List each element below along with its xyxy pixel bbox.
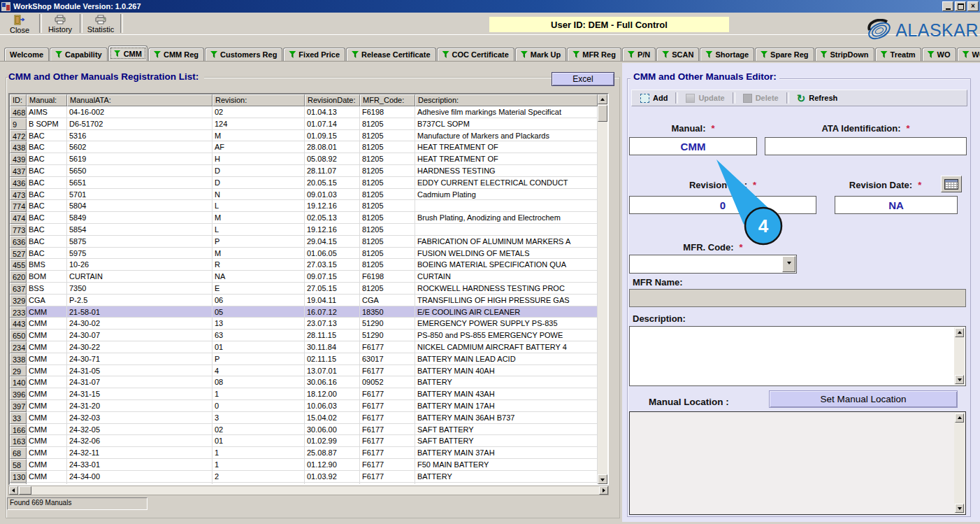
column-header[interactable]: Manual: [27, 94, 67, 106]
column-header[interactable]: ID: [10, 94, 27, 106]
horizontal-scrollbar[interactable] [8, 486, 609, 495]
scroll-right-button[interactable] [599, 486, 608, 495]
set-manual-location-button[interactable]: Set Manual Location [769, 390, 958, 408]
table-row[interactable]: 774BAC5804L19.12.1681205 [10, 200, 598, 212]
table-row[interactable]: 637BSS7350E27.05.1581205ROCKWELL HARDNES… [10, 283, 598, 295]
column-header[interactable]: Description: [415, 94, 598, 106]
table-row[interactable]: 650CMM24-30-076328.11.1551290PS-850 and … [10, 330, 598, 341]
table-row[interactable]: 472BAC5316M01.09.1581205Manufacture of M… [10, 130, 598, 142]
revision-date-input[interactable]: NA [835, 196, 958, 214]
scroll-up-button[interactable] [598, 94, 607, 104]
tab-wo-completion[interactable]: WO Completion [957, 48, 980, 61]
tab-stripdown[interactable]: StripDown [815, 48, 874, 61]
column-header[interactable]: RevisionDate: [305, 94, 360, 106]
table-row[interactable]: 473BAC5701N09.01.0381205Cadmium Plating [10, 189, 598, 201]
tab-mark-up[interactable]: Mark Up [515, 48, 566, 61]
table-row[interactable]: 773BAC5854L19.12.1681205 [10, 224, 598, 236]
table-row[interactable]: 443CMM24-30-021323.07.1351290EMERGENCY P… [10, 318, 598, 330]
add-button[interactable]: Add [636, 92, 672, 104]
scrollbar-thumb[interactable] [598, 105, 607, 122]
table-row[interactable]: 527BAC5975M01.06.0581205FUSION WELDING O… [10, 248, 598, 260]
revision-no-input[interactable]: 0 [629, 196, 816, 214]
scroll-up-button[interactable] [955, 413, 964, 423]
tab-cmm-reg[interactable]: CMM Reg [148, 48, 204, 61]
mfr-code-combobox[interactable] [629, 255, 797, 274]
table-row[interactable]: 436BAC5651D20.05.1581205EDDY CURRENT ELE… [10, 177, 598, 189]
table-row[interactable]: 9B SOPMD6-5170212401.07.1481205B737CL SO… [10, 118, 598, 130]
table-row[interactable]: 439BAC5619H05.08.9281205HEAT TREATMENT O… [10, 153, 598, 165]
tab-release-certificate[interactable]: Release Certificate [346, 48, 435, 61]
cell: FABRICATION OF ALUMINUM MARKERS A [415, 236, 598, 248]
tab-welcome[interactable]: Welcome [4, 48, 49, 61]
table-row[interactable]: 338CMM24-30-71P02.11.1563017BATTERY MAIN… [10, 353, 598, 365]
manual-input[interactable]: CMM [629, 137, 757, 155]
table-row[interactable]: 437BAC5650D28.11.0781205HARDNESS TESTING [10, 165, 598, 177]
cell: P [212, 236, 305, 248]
scroll-down-button[interactable] [955, 375, 964, 384]
tab-wo[interactable]: WO [922, 48, 956, 61]
cell: M [212, 212, 305, 224]
tab-coc-certificate[interactable]: COC Certificate [437, 48, 514, 61]
tab-treatm[interactable]: Treatm [875, 48, 921, 61]
column-header[interactable]: Revision: [212, 94, 305, 106]
table-row[interactable]: 468AIMS04-16-0020201.04.13F6198Adhesive … [10, 106, 598, 118]
cell: E [212, 283, 305, 295]
table-row[interactable]: 29CMM24-31-05413.07.01F6177BATTERY MAIN … [10, 365, 598, 377]
tab-fixed-price[interactable]: Fixed Price [283, 48, 345, 61]
table-row[interactable]: 140CMM24-31-070830.06.1609052BATTERY [10, 376, 598, 388]
tab-scan[interactable]: SCAN [656, 48, 699, 61]
table-row[interactable]: 636BAC5875P29.04.1581205FABRICATION OF A… [10, 236, 598, 248]
restore-button[interactable] [955, 1, 966, 11]
calendar-button[interactable] [941, 176, 962, 192]
close-window-button[interactable]: × [967, 1, 979, 11]
row-id-cell: 397 [10, 400, 27, 412]
row-id-cell: 438 [10, 141, 27, 153]
table-row[interactable]: 58CMM24-33-01101.12.90F6177F50 MAIN BATT… [10, 459, 598, 471]
close-button[interactable]: Close [3, 13, 36, 34]
table-row[interactable]: 329CGAP-2.50619.04.11CGATRANSFILLING OF … [10, 295, 598, 306]
table-row[interactable]: 163CMM24-32-060101.02.99F6177SAFT BATTER… [10, 435, 598, 447]
table-row[interactable]: 474BAC5849M02.05.1381205Brush Plating, A… [10, 212, 598, 224]
tab-capability[interactable]: Capability [50, 48, 108, 61]
grid-header-row: ID:Manual:ManualATA:Revision:RevisionDat… [10, 94, 598, 106]
table-row[interactable]: 68CMM24-32-11125.08.87F6177BATTERY MAIN … [10, 447, 598, 459]
add-icon [640, 94, 649, 103]
table-row[interactable]: 166CMM24-32-050230.06.00F6177SAFT BATTER… [10, 424, 598, 436]
dropdown-button[interactable] [782, 256, 795, 272]
vertical-scrollbar[interactable] [598, 94, 607, 484]
table-row[interactable]: 720CMM24-34-04610.10.0574025NICKEL-CADMI… [10, 483, 598, 485]
excel-export-button[interactable]: Excel [552, 72, 614, 86]
vertical-scrollbar[interactable] [954, 413, 965, 514]
tab-p-n[interactable]: P/N [622, 48, 656, 61]
scroll-down-button[interactable] [955, 504, 964, 513]
history-button[interactable]: History [43, 13, 77, 34]
column-header[interactable]: ManualATA: [67, 94, 212, 106]
table-row[interactable]: 620BOMCURTAINNA09.07.15F6198CURTAIN [10, 271, 598, 283]
vertical-scrollbar[interactable] [954, 327, 965, 385]
tab-cmm[interactable]: CMM [108, 45, 147, 61]
table-row[interactable]: 234CMM24-30-220130.11.84F6177NICKEL CADM… [10, 341, 598, 353]
scroll-up-button[interactable] [955, 328, 964, 337]
scroll-left-button[interactable] [9, 486, 18, 495]
column-header[interactable]: MFR_Code: [360, 94, 415, 106]
table-row[interactable]: 233CMM21-58-010516.07.1218350E/E COOLING… [10, 306, 598, 318]
cell: B SOPM [27, 118, 67, 130]
table-row[interactable]: 397CMM24-31-20010.06.03F6177BATTERY MAIN… [10, 400, 598, 412]
tab-shortage[interactable]: Shortage [700, 48, 754, 61]
refresh-button[interactable]: ↻Refresh [793, 92, 842, 104]
scroll-down-button[interactable] [598, 474, 607, 484]
minimize-button[interactable] [942, 1, 953, 11]
ata-identification-input[interactable] [765, 137, 967, 155]
tab-mfr-reg[interactable]: MFR Reg [567, 48, 621, 61]
description-textarea[interactable] [629, 326, 966, 386]
scrollbar-thumb[interactable] [19, 486, 31, 495]
statistic-button[interactable]: Statistic [84, 13, 117, 34]
table-row[interactable]: 455BMS10-26R27.03.1581205BOEING MATERIAL… [10, 259, 598, 271]
tab-customers-reg[interactable]: Customers Reg [205, 48, 282, 61]
table-row[interactable]: 396CMM24-31-15118.12.00F6177BATTERY MAIN… [10, 388, 598, 400]
table-row[interactable]: 33CMM24-32-03315.04.02F6177BATTERY MAIN … [10, 412, 598, 424]
cell: 13 [212, 318, 305, 330]
table-row[interactable]: 438BAC5602AF28.08.0181205HEAT TREATMENT … [10, 141, 598, 153]
table-row[interactable]: 130CMM24-34-00201.03.92F6177BATTERY [10, 471, 598, 483]
tab-spare-reg[interactable]: Spare Reg [755, 48, 814, 61]
